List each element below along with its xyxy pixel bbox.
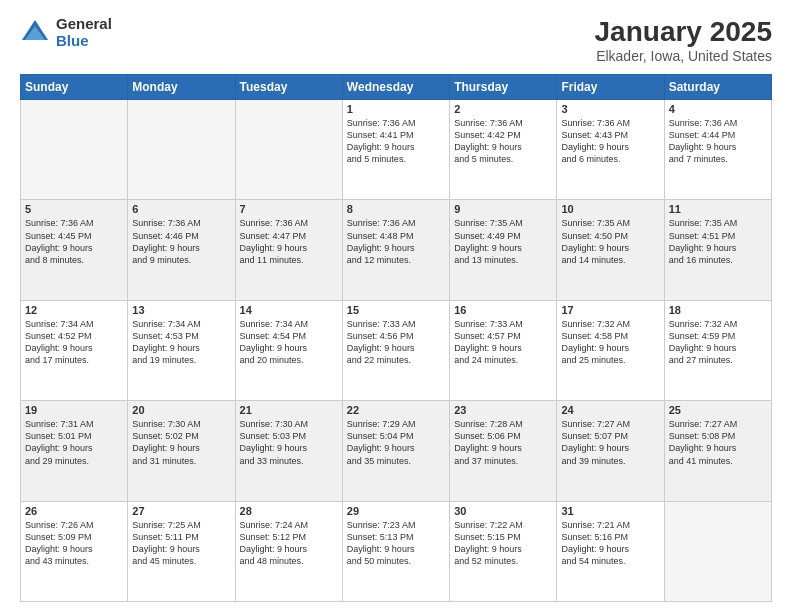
day-number: 15 [347,304,445,316]
logo-blue: Blue [56,33,112,50]
day-number: 25 [669,404,767,416]
day-number: 19 [25,404,123,416]
day-number: 23 [454,404,552,416]
week-row-1: 1Sunrise: 7:36 AM Sunset: 4:41 PM Daylig… [21,100,772,200]
table-row: 2Sunrise: 7:36 AM Sunset: 4:42 PM Daylig… [450,100,557,200]
day-number: 12 [25,304,123,316]
table-row: 29Sunrise: 7:23 AM Sunset: 5:13 PM Dayli… [342,501,449,601]
header-wednesday: Wednesday [342,75,449,100]
day-info: Sunrise: 7:36 AM Sunset: 4:45 PM Dayligh… [25,217,123,266]
table-row: 18Sunrise: 7:32 AM Sunset: 4:59 PM Dayli… [664,300,771,400]
calendar-table: Sunday Monday Tuesday Wednesday Thursday… [20,74,772,602]
day-info: Sunrise: 7:23 AM Sunset: 5:13 PM Dayligh… [347,519,445,568]
day-info: Sunrise: 7:24 AM Sunset: 5:12 PM Dayligh… [240,519,338,568]
table-row: 19Sunrise: 7:31 AM Sunset: 5:01 PM Dayli… [21,401,128,501]
day-info: Sunrise: 7:31 AM Sunset: 5:01 PM Dayligh… [25,418,123,467]
day-info: Sunrise: 7:33 AM Sunset: 4:56 PM Dayligh… [347,318,445,367]
table-row: 1Sunrise: 7:36 AM Sunset: 4:41 PM Daylig… [342,100,449,200]
day-info: Sunrise: 7:28 AM Sunset: 5:06 PM Dayligh… [454,418,552,467]
table-row: 20Sunrise: 7:30 AM Sunset: 5:02 PM Dayli… [128,401,235,501]
table-row: 27Sunrise: 7:25 AM Sunset: 5:11 PM Dayli… [128,501,235,601]
table-row: 10Sunrise: 7:35 AM Sunset: 4:50 PM Dayli… [557,200,664,300]
week-row-2: 5Sunrise: 7:36 AM Sunset: 4:45 PM Daylig… [21,200,772,300]
day-info: Sunrise: 7:29 AM Sunset: 5:04 PM Dayligh… [347,418,445,467]
day-number: 26 [25,505,123,517]
table-row: 17Sunrise: 7:32 AM Sunset: 4:58 PM Dayli… [557,300,664,400]
day-number: 14 [240,304,338,316]
day-info: Sunrise: 7:34 AM Sunset: 4:52 PM Dayligh… [25,318,123,367]
day-info: Sunrise: 7:35 AM Sunset: 4:50 PM Dayligh… [561,217,659,266]
table-row: 8Sunrise: 7:36 AM Sunset: 4:48 PM Daylig… [342,200,449,300]
table-row: 6Sunrise: 7:36 AM Sunset: 4:46 PM Daylig… [128,200,235,300]
title-block: January 2025 Elkader, Iowa, United State… [595,16,772,64]
day-number: 24 [561,404,659,416]
table-row: 15Sunrise: 7:33 AM Sunset: 4:56 PM Dayli… [342,300,449,400]
day-number: 29 [347,505,445,517]
table-row [128,100,235,200]
logo-icon [20,18,50,48]
day-info: Sunrise: 7:32 AM Sunset: 4:58 PM Dayligh… [561,318,659,367]
location-subtitle: Elkader, Iowa, United States [595,48,772,64]
day-info: Sunrise: 7:36 AM Sunset: 4:44 PM Dayligh… [669,117,767,166]
table-row: 24Sunrise: 7:27 AM Sunset: 5:07 PM Dayli… [557,401,664,501]
day-number: 31 [561,505,659,517]
day-number: 8 [347,203,445,215]
week-row-3: 12Sunrise: 7:34 AM Sunset: 4:52 PM Dayli… [21,300,772,400]
table-row: 4Sunrise: 7:36 AM Sunset: 4:44 PM Daylig… [664,100,771,200]
day-number: 1 [347,103,445,115]
day-number: 16 [454,304,552,316]
day-number: 22 [347,404,445,416]
table-row: 28Sunrise: 7:24 AM Sunset: 5:12 PM Dayli… [235,501,342,601]
logo-general: General [56,16,112,33]
day-info: Sunrise: 7:30 AM Sunset: 5:03 PM Dayligh… [240,418,338,467]
header-friday: Friday [557,75,664,100]
day-number: 17 [561,304,659,316]
day-info: Sunrise: 7:35 AM Sunset: 4:49 PM Dayligh… [454,217,552,266]
day-number: 4 [669,103,767,115]
day-info: Sunrise: 7:32 AM Sunset: 4:59 PM Dayligh… [669,318,767,367]
week-row-4: 19Sunrise: 7:31 AM Sunset: 5:01 PM Dayli… [21,401,772,501]
day-info: Sunrise: 7:35 AM Sunset: 4:51 PM Dayligh… [669,217,767,266]
table-row: 16Sunrise: 7:33 AM Sunset: 4:57 PM Dayli… [450,300,557,400]
header-saturday: Saturday [664,75,771,100]
day-number: 13 [132,304,230,316]
day-number: 2 [454,103,552,115]
table-row: 31Sunrise: 7:21 AM Sunset: 5:16 PM Dayli… [557,501,664,601]
day-number: 3 [561,103,659,115]
day-number: 10 [561,203,659,215]
day-number: 27 [132,505,230,517]
table-row [235,100,342,200]
logo-text: General Blue [56,16,112,49]
day-number: 20 [132,404,230,416]
day-info: Sunrise: 7:27 AM Sunset: 5:08 PM Dayligh… [669,418,767,467]
table-row: 22Sunrise: 7:29 AM Sunset: 5:04 PM Dayli… [342,401,449,501]
day-number: 30 [454,505,552,517]
day-info: Sunrise: 7:22 AM Sunset: 5:15 PM Dayligh… [454,519,552,568]
day-info: Sunrise: 7:25 AM Sunset: 5:11 PM Dayligh… [132,519,230,568]
table-row [664,501,771,601]
day-info: Sunrise: 7:36 AM Sunset: 4:46 PM Dayligh… [132,217,230,266]
table-row: 14Sunrise: 7:34 AM Sunset: 4:54 PM Dayli… [235,300,342,400]
logo: General Blue [20,16,112,49]
day-number: 28 [240,505,338,517]
day-info: Sunrise: 7:34 AM Sunset: 4:54 PM Dayligh… [240,318,338,367]
day-number: 11 [669,203,767,215]
table-row: 23Sunrise: 7:28 AM Sunset: 5:06 PM Dayli… [450,401,557,501]
table-row: 21Sunrise: 7:30 AM Sunset: 5:03 PM Dayli… [235,401,342,501]
table-row: 13Sunrise: 7:34 AM Sunset: 4:53 PM Dayli… [128,300,235,400]
table-row: 9Sunrise: 7:35 AM Sunset: 4:49 PM Daylig… [450,200,557,300]
table-row: 3Sunrise: 7:36 AM Sunset: 4:43 PM Daylig… [557,100,664,200]
table-row: 11Sunrise: 7:35 AM Sunset: 4:51 PM Dayli… [664,200,771,300]
table-row: 12Sunrise: 7:34 AM Sunset: 4:52 PM Dayli… [21,300,128,400]
header-tuesday: Tuesday [235,75,342,100]
week-row-5: 26Sunrise: 7:26 AM Sunset: 5:09 PM Dayli… [21,501,772,601]
table-row [21,100,128,200]
day-info: Sunrise: 7:26 AM Sunset: 5:09 PM Dayligh… [25,519,123,568]
day-info: Sunrise: 7:36 AM Sunset: 4:41 PM Dayligh… [347,117,445,166]
day-info: Sunrise: 7:34 AM Sunset: 4:53 PM Dayligh… [132,318,230,367]
header-monday: Monday [128,75,235,100]
day-number: 6 [132,203,230,215]
calendar-header-row: Sunday Monday Tuesday Wednesday Thursday… [21,75,772,100]
page-container: General Blue January 2025 Elkader, Iowa,… [0,0,792,612]
day-number: 9 [454,203,552,215]
